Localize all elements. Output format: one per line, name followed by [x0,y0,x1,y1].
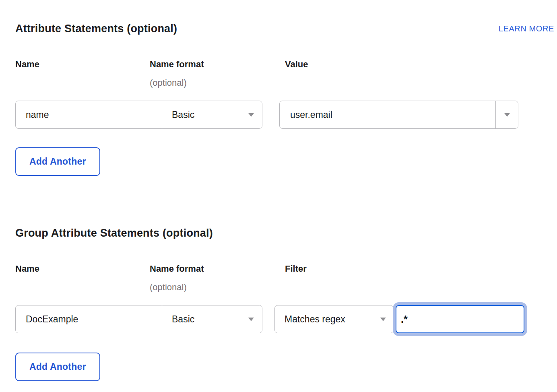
filter-type-select[interactable]: Matches regex [274,305,394,333]
chevron-down-icon [504,113,510,117]
group-section-title: Group Attribute Statements (optional) [15,227,213,239]
group-attribute-statement-row: Basic Matches regex [15,302,554,336]
column-header-name-format: Name format [150,264,285,274]
column-value: Value [285,59,554,88]
attribute-statements-page: Attribute Statements (optional) LEARN MO… [0,23,557,381]
group-name-format-select[interactable]: Basic [162,305,262,333]
group-attribute-statements-section-header: Group Attribute Statements (optional) [15,227,554,239]
attribute-value-input[interactable] [280,101,495,128]
group-name-format-selected-value: Basic [172,314,194,325]
page-title: Attribute Statements (optional) [15,23,177,35]
chevron-down-icon [380,318,386,321]
attribute-name-input[interactable] [16,101,162,128]
name-format-selected-value: Basic [172,109,194,120]
name-format-select[interactable]: Basic [162,101,262,128]
group-attribute-name-input[interactable] [16,305,162,333]
learn-more-link[interactable]: LEARN MORE [499,24,554,33]
group-name-and-format-group: Basic [15,305,262,333]
column-header-value: Value [285,59,554,70]
filter-type-selected-value: Matches regex [285,314,345,325]
value-combobox [279,101,518,129]
attribute-statements-section-header: Attribute Statements (optional) LEARN MO… [15,23,554,35]
add-another-button[interactable]: Add Another [15,353,100,381]
attribute-statement-row: Basic [15,97,554,132]
group-attribute-column-headers: Name Name format (optional) Filter [15,264,554,293]
value-dropdown-toggle[interactable] [495,101,518,128]
column-filter: Filter [285,264,554,293]
column-name-format: Name format (optional) [150,59,285,88]
attribute-column-headers: Name Name format (optional) Value [15,59,554,88]
chevron-down-icon [248,113,254,117]
name-and-format-group: Basic [15,101,262,129]
column-header-optional-note: (optional) [150,78,285,88]
column-header-name: Name [15,264,150,274]
column-name-format: Name format (optional) [150,264,285,293]
column-name: Name [15,59,150,88]
filter-value-input[interactable] [396,305,524,333]
column-name: Name [15,264,150,293]
column-header-name: Name [15,59,150,70]
add-another-button[interactable]: Add Another [15,147,100,176]
chevron-down-icon [248,318,254,321]
section-divider [15,201,554,201]
column-header-name-format: Name format [150,59,285,70]
column-header-optional-note: (optional) [150,282,285,293]
column-header-filter: Filter [285,264,554,274]
